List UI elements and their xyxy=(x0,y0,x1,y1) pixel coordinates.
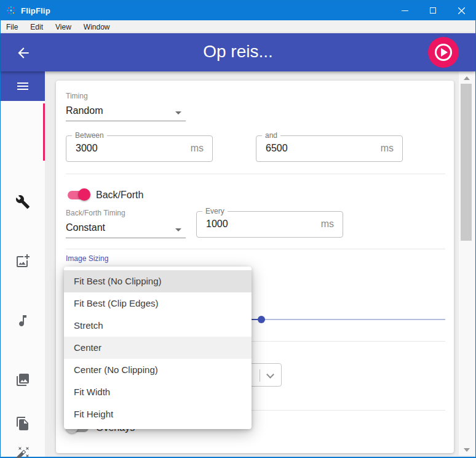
menu-item-fit-width[interactable]: Fit Width xyxy=(64,381,252,403)
divider xyxy=(66,174,445,174)
image-sizing-menu: Fit Best (No Clipping) Fit Best (Clip Ed… xyxy=(64,267,252,429)
close-button[interactable] xyxy=(447,1,475,20)
scroll-up-icon[interactable] xyxy=(464,76,470,80)
timing-select[interactable]: Random xyxy=(66,105,186,121)
back-forth-timing-label: Back/Forth Timing xyxy=(66,209,125,217)
minimize-button[interactable] xyxy=(391,1,419,20)
app-logo-icon xyxy=(6,6,16,15)
wrench-icon[interactable] xyxy=(15,195,30,209)
menu-item-center-no-clipping[interactable]: Center (No Clipping) xyxy=(64,359,252,381)
image-sizing-slider-thumb[interactable] xyxy=(258,316,265,323)
page-title: Op reis... xyxy=(1,42,475,62)
titlebar[interactable]: FlipFlip xyxy=(1,1,475,20)
photo-library-icon[interactable] xyxy=(15,372,30,387)
between-field[interactable]: Between 3000 ms xyxy=(66,135,213,162)
menu-window[interactable]: Window xyxy=(77,23,116,31)
scrollbar-thumb[interactable] xyxy=(461,84,472,241)
chevron-down-icon xyxy=(175,111,181,114)
magic-wand-icon[interactable] xyxy=(15,446,30,458)
menu-edit[interactable]: Edit xyxy=(24,23,49,31)
chevron-down-icon xyxy=(175,228,181,231)
menu-item-fit-best-clip-edges[interactable]: Fit Best (Clip Edges) xyxy=(64,292,252,315)
menu-item-center[interactable]: Center xyxy=(64,337,252,359)
menu-view[interactable]: View xyxy=(49,23,77,31)
active-tab-indicator xyxy=(43,103,45,161)
app-window: FlipFlip File Edit View Window Op reis..… xyxy=(0,0,476,458)
and-field[interactable]: and 6500 ms xyxy=(256,135,403,162)
app-title: FlipFlip xyxy=(21,6,50,15)
vertical-scrollbar[interactable] xyxy=(459,71,475,456)
menu-file[interactable]: File xyxy=(1,23,24,31)
chevron-down-icon[interactable] xyxy=(266,371,274,379)
every-field[interactable]: Every 1000 ms xyxy=(196,211,343,238)
divider xyxy=(66,249,445,249)
close-icon xyxy=(458,7,465,14)
music-note-icon[interactable] xyxy=(15,313,30,328)
minimize-icon xyxy=(402,10,408,11)
scroll-down-icon[interactable] xyxy=(464,448,470,452)
menu-icon xyxy=(17,81,28,92)
back-forth-timing-select[interactable]: Constant xyxy=(66,222,186,238)
play-button[interactable] xyxy=(428,37,459,68)
menu-item-fit-best-no-clipping[interactable]: Fit Best (No Clipping) xyxy=(64,270,252,292)
add-scene-icon[interactable] xyxy=(15,254,30,268)
image-sizing-label: Image Sizing xyxy=(66,254,108,263)
menu-item-fit-height[interactable]: Fit Height xyxy=(64,403,252,425)
drawer-toggle-button[interactable] xyxy=(1,71,45,101)
back-forth-label: Back/Forth xyxy=(96,190,143,201)
maximize-icon xyxy=(430,7,436,14)
timing-label: Timing xyxy=(66,92,88,100)
maximize-button[interactable] xyxy=(419,1,447,20)
menubar: File Edit View Window xyxy=(1,20,475,33)
copy-icon[interactable] xyxy=(15,416,30,431)
back-forth-toggle[interactable] xyxy=(67,188,89,202)
menu-item-stretch[interactable]: Stretch xyxy=(64,315,252,337)
app-header: Op reis... xyxy=(1,33,475,71)
sidebar xyxy=(1,71,45,457)
